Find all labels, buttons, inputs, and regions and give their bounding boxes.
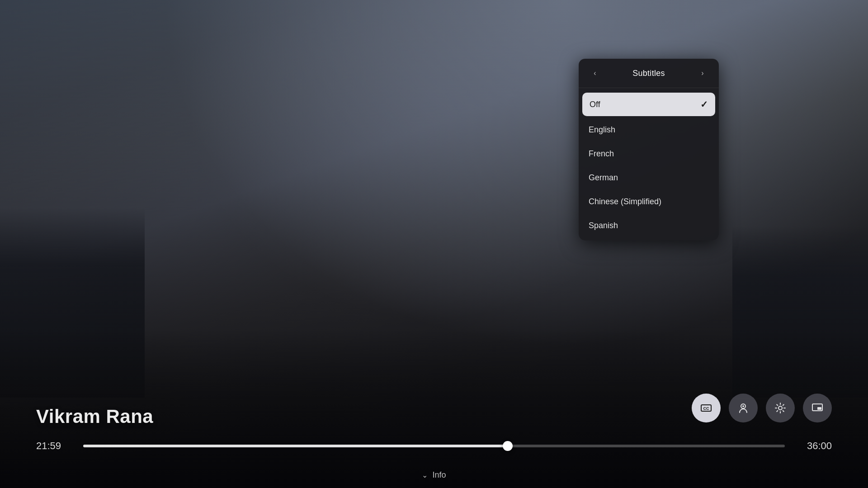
movie-title: Vikram Rana [36, 406, 153, 427]
progress-bar[interactable] [83, 445, 785, 447]
info-bar[interactable]: ⌄ Info [422, 470, 446, 480]
subtitle-option-french-label: French [589, 149, 614, 159]
subtitle-option-english[interactable]: English [579, 118, 719, 142]
subtitle-option-off[interactable]: Off ✓ [582, 93, 715, 116]
subtitle-option-off-label: Off [590, 100, 600, 109]
subtitle-options-list: Off ✓ English French German Chinese (Sim… [579, 88, 719, 240]
panel-nav-left[interactable]: ‹ [589, 67, 601, 80]
panel-nav-right[interactable]: › [696, 67, 709, 80]
check-icon-off: ✓ [700, 99, 708, 110]
panel-title: Subtitles [632, 69, 665, 78]
subtitles-panel: ‹ Subtitles › Off ✓ English French Germa… [579, 59, 719, 240]
controls-row: 21:59 36:00 [36, 440, 832, 452]
info-chevron-icon: ⌄ [422, 471, 428, 479]
progress-fill [83, 445, 508, 447]
subtitle-option-spanish[interactable]: Spanish [579, 214, 719, 238]
info-label: Info [432, 470, 446, 480]
subtitle-option-german-label: German [589, 173, 618, 183]
bottom-controls: Vikram Rana 21:59 36:00 [0, 406, 868, 452]
title-row: Vikram Rana [36, 406, 832, 427]
panel-header: ‹ Subtitles › [579, 59, 719, 88]
subtitle-option-english-label: English [589, 125, 615, 135]
time-current: 21:59 [36, 440, 72, 452]
subtitle-option-spanish-label: Spanish [589, 221, 618, 230]
progress-thumb[interactable] [503, 441, 513, 451]
time-total: 36:00 [796, 440, 832, 452]
subtitle-option-french[interactable]: French [579, 142, 719, 166]
subtitle-option-chinese[interactable]: Chinese (Simplified) [579, 190, 719, 214]
subtitle-option-chinese-label: Chinese (Simplified) [589, 197, 661, 206]
subtitle-option-german[interactable]: German [579, 166, 719, 190]
